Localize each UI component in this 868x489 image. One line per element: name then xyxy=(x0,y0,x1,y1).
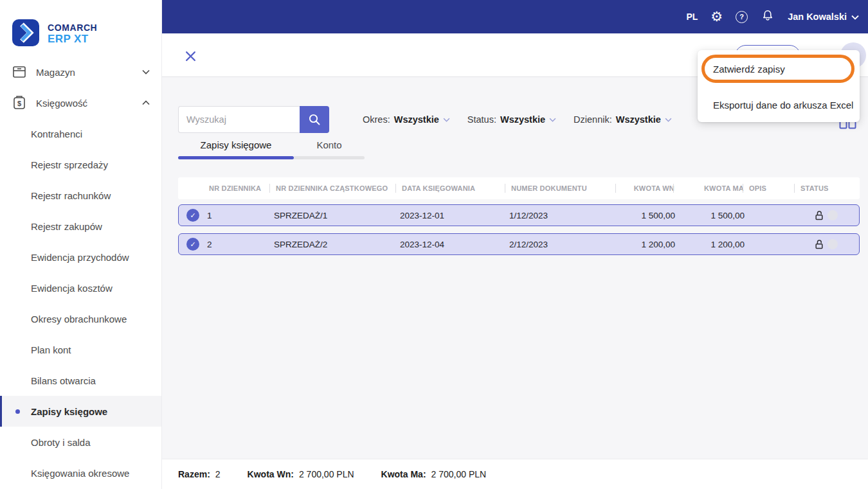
filter-dziennik[interactable]: Dziennik: Wszystkie xyxy=(574,114,672,125)
filter-value: Wszystkie xyxy=(500,114,545,125)
summary-kwota-wn: Kwota Wn: 2 700,00 PLN xyxy=(248,469,354,479)
table-header: NR DZIENNIKA NR DZIENNIKA CZĄSTKOWEGO DA… xyxy=(178,177,860,199)
column-header[interactable]: DATA KSIĘGOWANIA xyxy=(399,184,509,192)
cell-kwota-ma: 1 500,00 xyxy=(678,211,747,220)
tab-zapisy-ksiegowe[interactable]: Zapisy księgowe xyxy=(178,139,294,166)
column-header[interactable]: OPIS xyxy=(746,184,798,192)
row-selected-checkbox[interactable]: ✓ xyxy=(186,209,199,222)
svg-text:$: $ xyxy=(17,100,21,107)
column-header[interactable]: KWOTA MA xyxy=(677,184,746,192)
filter-label: Status: xyxy=(467,114,496,125)
sidebar-item-label: Rejestr rachunków xyxy=(31,190,111,201)
chevron-down-icon xyxy=(665,118,672,122)
active-tab-indicator xyxy=(178,156,294,159)
filter-label: Dziennik: xyxy=(574,114,612,125)
sidebar-item-ksiegowosc[interactable]: $ Księgowość xyxy=(0,87,161,118)
cell-data-ksiegowania: 2023-12-01 xyxy=(400,211,509,220)
sidebar: COMARCH ERP XT Magazyn $ Księgowo xyxy=(0,0,162,489)
settings-button[interactable]: ⚙ xyxy=(710,10,723,24)
menu-item-zatwierdz-zapisy[interactable]: Zatwierdź zapisy xyxy=(698,50,860,87)
sidebar-item-rejestr-rachunkow[interactable]: Rejestr rachunków xyxy=(0,180,161,211)
sidebar-item-rejestr-zakupow[interactable]: Rejestr zakupów xyxy=(0,211,161,242)
sidebar-item-magazyn[interactable]: Magazyn xyxy=(0,57,161,87)
row-selected-checkbox[interactable]: ✓ xyxy=(186,238,199,251)
warehouse-box-icon xyxy=(12,66,27,78)
status-indicator xyxy=(827,239,838,249)
active-item-bullet xyxy=(15,409,20,414)
sidebar-item-label: Bilans otwarcia xyxy=(31,375,96,386)
column-header[interactable]: NR DZIENNIKA CZĄSTKOWEGO xyxy=(273,184,399,192)
search-button[interactable] xyxy=(300,106,329,133)
summary-value: 2 700,00 PLN xyxy=(431,469,487,479)
summary-value: 2 700,00 PLN xyxy=(299,469,354,479)
cell-nr-dziennika-czastkowego: SPRZEDAŻ/1 xyxy=(274,211,400,220)
tab-label: Konto xyxy=(316,139,341,150)
money-icon: $ xyxy=(12,96,27,110)
filter-bar: Okres: Wszystkie Status: Wszystkie Dzien… xyxy=(363,106,672,133)
sidebar-item-okresy-obrachunkowe[interactable]: Okresy obrachunkowe xyxy=(0,303,161,334)
user-menu[interactable]: Jan Kowalski xyxy=(788,11,859,22)
sidebar-item-label: Ewidencja przychodów xyxy=(31,252,129,263)
sidebar-item-obroty-i-salda[interactable]: Obroty i salda xyxy=(0,427,161,458)
sidebar-item-label: Plan kont xyxy=(31,344,71,355)
cell-kwota-wn: 1 500,00 xyxy=(620,211,678,220)
notifications-button[interactable] xyxy=(761,8,775,26)
brand-product: ERP XT xyxy=(48,33,97,46)
menu-item-label: Eksportuj dane do arkusza Excel xyxy=(713,100,853,111)
sidebar-item-label: Magazyn xyxy=(36,67,75,78)
comarch-logo-icon xyxy=(12,19,40,49)
tab-bar: Zapisy księgowe Konto xyxy=(178,139,365,166)
summary-razem: Razem: 2 xyxy=(178,469,221,479)
filter-status[interactable]: Status: Wszystkie xyxy=(467,114,556,125)
help-button[interactable]: ? xyxy=(736,11,748,23)
cell-numer-dokumentu: 1/12/2023 xyxy=(509,211,620,220)
tab-konto[interactable]: Konto xyxy=(294,139,365,166)
column-header[interactable]: STATUS xyxy=(798,184,860,192)
cell-kwota-wn: 1 200,00 xyxy=(620,240,678,249)
close-button[interactable] xyxy=(185,51,196,62)
filter-okres[interactable]: Okres: Wszystkie xyxy=(363,114,450,125)
column-header[interactable]: KWOTA WN xyxy=(619,184,677,192)
bell-icon xyxy=(761,8,775,26)
unlock-icon xyxy=(814,210,824,221)
table-row[interactable]: ✓ 2 SPRZEDAŻ/2 2023-12-04 2/12/2023 1 20… xyxy=(178,233,860,255)
user-name: Jan Kowalski xyxy=(788,12,847,22)
top-navbar: PL ⚙ ? Jan Kowalski xyxy=(162,0,868,33)
sidebar-item-label: Księgowania okresowe xyxy=(31,468,129,479)
help-icon: ? xyxy=(736,11,748,23)
sidebar-item-ksiegowania-okresowe[interactable]: Księgowania okresowe xyxy=(0,458,161,488)
cell-status xyxy=(799,210,859,221)
filter-label: Okres: xyxy=(363,114,390,125)
language-selector[interactable]: PL xyxy=(686,12,698,22)
main-content: Okres: Wszystkie Status: Wszystkie Dzien… xyxy=(162,77,868,459)
sidebar-item-kontrahenci[interactable]: Kontrahenci xyxy=(0,118,161,149)
sidebar-item-label: Rejestr sprzedaży xyxy=(31,159,108,170)
cell-nr-dziennika-czastkowego: SPRZEDAŻ/2 xyxy=(274,240,400,249)
sidebar-item-ewidencja-kosztow[interactable]: Ewidencja kosztów xyxy=(0,272,161,303)
search-bar xyxy=(178,106,329,133)
cell-status xyxy=(799,239,859,250)
table-row[interactable]: ✓ 1 SPRZEDAŻ/1 2023-12-01 1/12/2023 1 50… xyxy=(178,204,860,226)
actions-dropdown-menu: Zatwierdź zapisy Eksportuj dane do arkus… xyxy=(698,50,860,122)
sidebar-item-ewidencja-przychodow[interactable]: Ewidencja przychodów xyxy=(0,242,161,272)
summary-kwota-ma: Kwota Ma: 2 700,00 PLN xyxy=(381,469,487,479)
search-input[interactable] xyxy=(178,106,300,133)
sidebar-item-label: Księgowość xyxy=(36,98,87,109)
inactive-tab-indicator xyxy=(294,156,365,159)
sidebar-item-bilans-otwarcia[interactable]: Bilans otwarcia xyxy=(0,365,161,396)
cell-numer-dokumentu: 2/12/2023 xyxy=(509,240,620,249)
column-header[interactable]: NUMER DOKUMENTU xyxy=(509,184,619,192)
search-icon xyxy=(308,113,321,126)
chevron-down-icon xyxy=(142,69,150,75)
filter-value: Wszystkie xyxy=(394,114,439,125)
sidebar-item-rejestr-sprzedazy[interactable]: Rejestr sprzedaży xyxy=(0,149,161,180)
close-icon xyxy=(185,51,196,62)
tab-label: Zapisy księgowe xyxy=(201,139,272,150)
sidebar-item-plan-kont[interactable]: Plan kont xyxy=(0,334,161,365)
sidebar-item-zapisy-ksiegowe[interactable]: Zapisy księgowe xyxy=(0,396,161,427)
status-indicator xyxy=(827,210,838,220)
comarch-logo: COMARCH ERP XT xyxy=(0,0,161,57)
gear-icon: ⚙ xyxy=(710,10,723,24)
column-header[interactable]: NR DZIENNIKA xyxy=(206,184,273,192)
menu-item-eksportuj-excel[interactable]: Eksportuj dane do arkusza Excel xyxy=(698,87,860,122)
